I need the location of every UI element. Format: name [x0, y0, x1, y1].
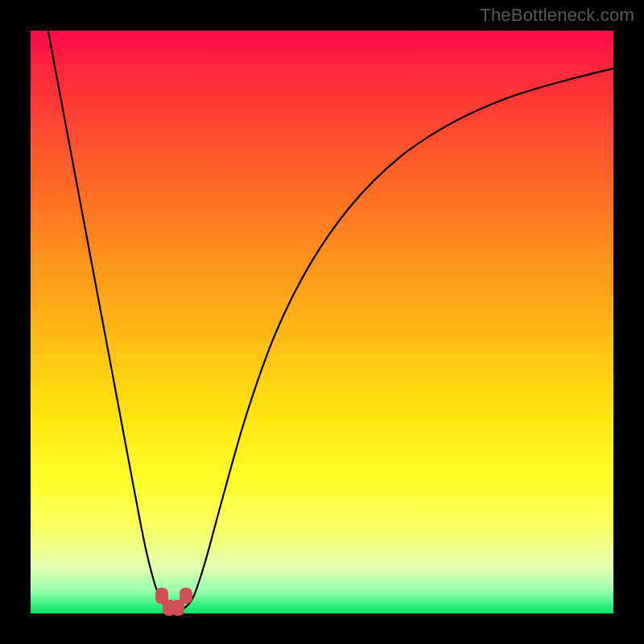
minimum-marker-group: [31, 31, 613, 613]
minimum-marker: [180, 588, 192, 604]
chart-frame: [31, 31, 613, 613]
watermark-text: TheBottleneck.com: [480, 5, 634, 26]
